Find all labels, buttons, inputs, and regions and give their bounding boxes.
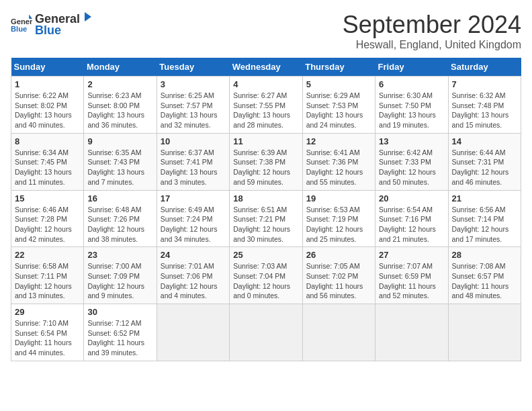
day-number: 17 — [161, 193, 226, 203]
calendar-cell — [448, 304, 521, 361]
day-info: Sunrise: 6:58 AMSunset: 7:11 PMDaylight:… — [15, 261, 80, 301]
day-number: 24 — [161, 250, 226, 260]
day-number: 30 — [87, 307, 152, 317]
day-info: Sunrise: 6:32 AMSunset: 7:48 PMDaylight:… — [452, 91, 517, 130]
col-tuesday: Tuesday — [157, 58, 229, 77]
calendar-cell: 27 Sunrise: 7:07 AMSunset: 6:59 PMDaylig… — [375, 247, 448, 304]
day-info: Sunrise: 7:05 AMSunset: 7:02 PMDaylight:… — [306, 261, 371, 301]
day-info: Sunrise: 6:29 AMSunset: 7:53 PMDaylight:… — [306, 91, 371, 130]
day-number: 13 — [379, 136, 444, 146]
col-wednesday: Wednesday — [230, 58, 302, 77]
day-info: Sunrise: 6:41 AMSunset: 7:36 PMDaylight:… — [306, 148, 371, 187]
calendar-cell: 6 Sunrise: 6:30 AMSunset: 7:50 PMDayligh… — [375, 77, 448, 134]
col-thursday: Thursday — [302, 58, 375, 77]
day-info: Sunrise: 6:51 AMSunset: 7:21 PMDaylight:… — [233, 205, 298, 244]
day-info: Sunrise: 6:30 AMSunset: 7:50 PMDaylight:… — [379, 91, 444, 130]
day-info: Sunrise: 6:37 AMSunset: 7:41 PMDaylight:… — [161, 148, 226, 187]
day-number: 2 — [87, 79, 152, 89]
logo-arrow-icon — [81, 11, 93, 23]
calendar-cell: 30 Sunrise: 7:12 AMSunset: 6:52 PMDaylig… — [84, 304, 157, 361]
calendar-cell: 7 Sunrise: 6:32 AMSunset: 7:48 PMDayligh… — [448, 77, 521, 134]
day-info: Sunrise: 7:10 AMSunset: 6:54 PMDaylight:… — [15, 318, 80, 358]
day-number: 6 — [379, 79, 444, 89]
day-number: 7 — [452, 79, 517, 89]
calendar-cell: 8 Sunrise: 6:34 AMSunset: 7:45 PMDayligh… — [11, 133, 84, 190]
day-number: 19 — [306, 193, 371, 203]
day-number: 18 — [233, 193, 298, 203]
day-number: 27 — [379, 250, 444, 260]
calendar-cell: 5 Sunrise: 6:29 AMSunset: 7:53 PMDayligh… — [302, 77, 375, 134]
day-info: Sunrise: 7:07 AMSunset: 6:59 PMDaylight:… — [379, 261, 444, 301]
calendar-cell — [375, 304, 448, 361]
calendar-header-row: Sunday Monday Tuesday Wednesday Thursday… — [11, 58, 521, 77]
calendar-week-1: 1 Sunrise: 6:22 AMSunset: 8:02 PMDayligh… — [11, 77, 521, 134]
day-info: Sunrise: 6:46 AMSunset: 7:28 PMDaylight:… — [15, 205, 80, 244]
calendar-cell: 17 Sunrise: 6:49 AMSunset: 7:24 PMDaylig… — [157, 190, 229, 247]
calendar-cell: 14 Sunrise: 6:44 AMSunset: 7:31 PMDaylig… — [448, 133, 521, 190]
day-info: Sunrise: 6:27 AMSunset: 7:55 PMDaylight:… — [233, 91, 298, 130]
day-info: Sunrise: 6:23 AMSunset: 8:00 PMDaylight:… — [87, 91, 152, 130]
calendar-cell: 3 Sunrise: 6:25 AMSunset: 7:57 PMDayligh… — [157, 77, 229, 134]
calendar-cell: 21 Sunrise: 6:56 AMSunset: 7:14 PMDaylig… — [448, 190, 521, 247]
day-info: Sunrise: 6:44 AMSunset: 7:31 PMDaylight:… — [452, 148, 517, 187]
day-info: Sunrise: 6:42 AMSunset: 7:33 PMDaylight:… — [379, 148, 444, 187]
calendar-week-3: 15 Sunrise: 6:46 AMSunset: 7:28 PMDaylig… — [11, 190, 521, 247]
logo: General Blue General Blue — [11, 11, 93, 38]
page-header: General Blue General Blue September 2024… — [11, 11, 521, 51]
day-info: Sunrise: 6:53 AMSunset: 7:19 PMDaylight:… — [306, 205, 371, 244]
day-info: Sunrise: 6:49 AMSunset: 7:24 PMDaylight:… — [161, 205, 226, 244]
day-number: 3 — [161, 79, 226, 89]
day-info: Sunrise: 7:12 AMSunset: 6:52 PMDaylight:… — [87, 318, 152, 358]
day-info: Sunrise: 6:35 AMSunset: 7:43 PMDaylight:… — [87, 148, 152, 187]
day-number: 21 — [452, 193, 517, 203]
day-number: 26 — [306, 250, 371, 260]
calendar-cell — [230, 304, 302, 361]
svg-marker-2 — [29, 15, 32, 19]
day-number: 28 — [452, 250, 517, 260]
day-info: Sunrise: 6:25 AMSunset: 7:57 PMDaylight:… — [161, 91, 226, 130]
day-number: 20 — [379, 193, 444, 203]
svg-text:Blue: Blue — [11, 25, 27, 33]
logo-icon: General Blue — [11, 13, 32, 35]
day-number: 9 — [87, 136, 152, 146]
day-number: 23 — [87, 250, 152, 260]
col-saturday: Saturday — [448, 58, 521, 77]
day-info: Sunrise: 6:48 AMSunset: 7:26 PMDaylight:… — [87, 205, 152, 244]
calendar-week-2: 8 Sunrise: 6:34 AMSunset: 7:45 PMDayligh… — [11, 133, 521, 190]
calendar-cell: 25 Sunrise: 7:03 AMSunset: 7:04 PMDaylig… — [230, 247, 302, 304]
day-number: 22 — [15, 250, 80, 260]
day-info: Sunrise: 6:54 AMSunset: 7:16 PMDaylight:… — [379, 205, 444, 244]
day-info: Sunrise: 6:39 AMSunset: 7:38 PMDaylight:… — [233, 148, 298, 187]
day-info: Sunrise: 6:34 AMSunset: 7:45 PMDaylight:… — [15, 148, 80, 187]
day-number: 12 — [306, 136, 371, 146]
calendar-cell: 13 Sunrise: 6:42 AMSunset: 7:33 PMDaylig… — [375, 133, 448, 190]
day-number: 15 — [15, 193, 80, 203]
calendar-cell: 22 Sunrise: 6:58 AMSunset: 7:11 PMDaylig… — [11, 247, 84, 304]
calendar-cell: 1 Sunrise: 6:22 AMSunset: 8:02 PMDayligh… — [11, 77, 84, 134]
calendar-week-5: 29 Sunrise: 7:10 AMSunset: 6:54 PMDaylig… — [11, 304, 521, 361]
day-number: 11 — [233, 136, 298, 146]
calendar-week-4: 22 Sunrise: 6:58 AMSunset: 7:11 PMDaylig… — [11, 247, 521, 304]
calendar-cell: 18 Sunrise: 6:51 AMSunset: 7:21 PMDaylig… — [230, 190, 302, 247]
calendar-cell: 23 Sunrise: 7:00 AMSunset: 7:09 PMDaylig… — [84, 247, 157, 304]
calendar-cell: 11 Sunrise: 6:39 AMSunset: 7:38 PMDaylig… — [230, 133, 302, 190]
day-info: Sunrise: 7:00 AMSunset: 7:09 PMDaylight:… — [87, 261, 152, 301]
calendar-cell: 20 Sunrise: 6:54 AMSunset: 7:16 PMDaylig… — [375, 190, 448, 247]
calendar-cell — [157, 304, 229, 361]
calendar-cell: 12 Sunrise: 6:41 AMSunset: 7:36 PMDaylig… — [302, 133, 375, 190]
calendar-cell: 29 Sunrise: 7:10 AMSunset: 6:54 PMDaylig… — [11, 304, 84, 361]
day-info: Sunrise: 6:56 AMSunset: 7:14 PMDaylight:… — [452, 205, 517, 244]
col-friday: Friday — [375, 58, 448, 77]
day-info: Sunrise: 7:03 AMSunset: 7:04 PMDaylight:… — [233, 261, 298, 301]
calendar-cell: 4 Sunrise: 6:27 AMSunset: 7:55 PMDayligh… — [230, 77, 302, 134]
day-number: 10 — [161, 136, 226, 146]
calendar-cell: 24 Sunrise: 7:01 AMSunset: 7:06 PMDaylig… — [157, 247, 229, 304]
day-info: Sunrise: 7:01 AMSunset: 7:06 PMDaylight:… — [161, 261, 226, 301]
day-info: Sunrise: 6:22 AMSunset: 8:02 PMDaylight:… — [15, 91, 80, 130]
calendar-cell: 16 Sunrise: 6:48 AMSunset: 7:26 PMDaylig… — [84, 190, 157, 247]
calendar-cell: 10 Sunrise: 6:37 AMSunset: 7:41 PMDaylig… — [157, 133, 229, 190]
calendar-cell: 19 Sunrise: 6:53 AMSunset: 7:19 PMDaylig… — [302, 190, 375, 247]
title-section: September 2024 Heswall, England, United … — [343, 11, 521, 51]
calendar-cell: 15 Sunrise: 6:46 AMSunset: 7:28 PMDaylig… — [11, 190, 84, 247]
day-number: 4 — [233, 79, 298, 89]
